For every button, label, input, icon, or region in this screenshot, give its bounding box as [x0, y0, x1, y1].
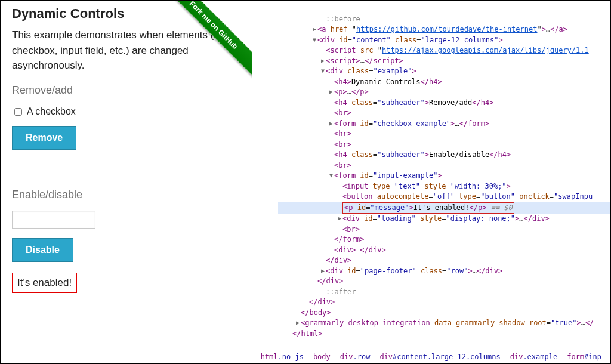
expand-arrow-closed-icon[interactable]: ▶: [295, 317, 301, 328]
tree-row[interactable]: ▶<div id="page-footer" class="row">…</di…: [278, 266, 610, 277]
tree-row[interactable]: ▶<grammarly-desktop-integration data-gra…: [278, 318, 610, 329]
breadcrumb-item[interactable]: div.example: [505, 351, 562, 362]
elements-tree[interactable]: ::before▶<a href="https://github.com/tou…: [252, 1, 610, 350]
subheader-remove-add: Remove/add: [12, 84, 241, 97]
tree-node-content: <br>: [334, 161, 351, 169]
breadcrumb-item[interactable]: form#inp: [562, 351, 606, 362]
tree-node-content: <p id="message">It's enabled!</p> == $0: [342, 203, 514, 212]
expand-arrow-open-icon[interactable]: ▼: [328, 170, 334, 181]
breadcrumb-item[interactable]: body: [308, 351, 335, 362]
tree-node-content: <input type="text" style="width: 30%;">: [342, 182, 511, 190]
tree-node-content: </div>: [317, 277, 343, 285]
tree-node-content: <script src="https://ajax.googleapis.com…: [326, 46, 589, 54]
tree-node-content: <form id="checkbox-example">…</form>: [334, 119, 489, 128]
message-its-enabled: It's enabled!: [12, 273, 77, 293]
tree-row[interactable]: ▶<a href="https://github.com/tourdedave/…: [278, 24, 610, 35]
page-intro: This example demonstrates when elements …: [12, 27, 241, 73]
tree-node-content: <div id="page-footer" class="row">…</div…: [326, 267, 502, 275]
tree-row[interactable]: </html>: [278, 329, 610, 340]
tree-row[interactable]: </body>: [278, 308, 610, 319]
page-title: Dynamic Controls: [12, 6, 241, 21]
tree-node-content: <form id="input-example">: [334, 171, 442, 180]
expand-arrow-closed-icon[interactable]: ▶: [337, 213, 342, 224]
tree-row[interactable]: </div>: [278, 276, 610, 287]
tree-row[interactable]: <input type="text" style="width: 30%;">: [278, 181, 610, 192]
tree-node-content: </div>: [309, 298, 335, 306]
tree-row[interactable]: <h4 class="subheader">Remove/add</h4>: [278, 98, 610, 109]
tree-row[interactable]: ▶<form id="checkbox-example">…</form>: [278, 119, 610, 129]
tree-node-content: <div id="content" class="large-12 column…: [317, 36, 503, 44]
tree-row[interactable]: <script src="https://ajax.googleapis.com…: [278, 45, 610, 56]
devtools-pane: ::before▶<a href="https://github.com/tou…: [252, 1, 610, 363]
app-frame: Dynamic Controls This example demonstrat…: [0, 0, 611, 364]
tree-row[interactable]: ▼<div class="example">: [278, 66, 610, 77]
subheader-enable-disable: Enable/disable: [12, 189, 241, 201]
tree-row[interactable]: <br>: [278, 108, 610, 119]
section-divider: [12, 169, 252, 169]
tree-node-content: </div>: [326, 256, 351, 264]
breadcrumb-item[interactable]: div#content.large-12.columns: [375, 351, 505, 362]
tree-row[interactable]: <div> </div>: [278, 245, 610, 256]
tree-node-content: <br>: [334, 109, 351, 117]
tree-node-content: <h4 class="subheader">Remove/add</h4>: [334, 98, 493, 107]
tree-node-content: <div id="loading" style="display: none;"…: [342, 214, 550, 223]
rendered-page-pane: Dynamic Controls This example demonstrat…: [1, 1, 252, 363]
tree-node-content: <div> </div>: [334, 246, 386, 254]
tree-row[interactable]: ▶<script>…</script>: [278, 56, 610, 67]
tree-node-content: </html>: [292, 329, 323, 338]
tree-row[interactable]: <hr>: [278, 129, 610, 140]
tree-node-content: <div class="example">: [326, 67, 416, 75]
checkbox-row: A checkbox: [12, 106, 241, 118]
tree-row[interactable]: ▼<div id="content" class="large-12 colum…: [278, 35, 610, 46]
tree-row[interactable]: </div>: [278, 297, 610, 308]
tree-row[interactable]: <br>: [278, 140, 610, 150]
tree-row[interactable]: ::before: [278, 14, 610, 25]
breadcrumb-item[interactable]: html.no-js: [256, 351, 308, 362]
tree-node-content: <h4>Dynamic Controls</h4>: [334, 78, 442, 86]
tree-node-content: <p>…</p>: [334, 88, 369, 96]
tree-node-content: ::after: [326, 288, 356, 296]
tree-row[interactable]: ▼<form id="input-example">: [278, 171, 610, 181]
tree-row[interactable]: </form>: [278, 235, 610, 245]
a-checkbox[interactable]: [14, 108, 22, 116]
tree-node-content: <button autocomplete="off" type="button"…: [342, 192, 593, 200]
tree-row[interactable]: <button autocomplete="off" type="button"…: [278, 192, 610, 202]
tree-node-content: <br>: [334, 140, 351, 149]
tree-row[interactable]: <br>: [278, 224, 610, 235]
enable-text-input[interactable]: [12, 211, 95, 229]
tree-row-selected[interactable]: <p id="message">It's enabled!</p> == $0: [278, 202, 610, 214]
tree-node-content: <grammarly-desktop-integration data-gram…: [301, 319, 594, 327]
tree-node-content: </body>: [301, 309, 331, 317]
expand-arrow-open-icon[interactable]: ▼: [311, 35, 317, 45]
breadcrumb-item[interactable]: div.row: [335, 351, 375, 362]
expand-arrow-closed-icon[interactable]: ▶: [328, 118, 334, 129]
tree-row[interactable]: ▶<p>…</p>: [278, 87, 610, 98]
checkbox-label: A checkbox: [27, 106, 76, 117]
tree-node-content: <a href="https://github.com/tourdedave/t…: [317, 25, 567, 33]
tree-node-content: <hr>: [334, 129, 351, 138]
tree-row[interactable]: ::after: [278, 287, 610, 298]
remove-button[interactable]: Remove: [12, 126, 76, 150]
tree-row[interactable]: <h4 class="subheader">Enable/disable</h4…: [278, 150, 610, 161]
expand-arrow-closed-icon[interactable]: ▶: [328, 87, 334, 97]
expand-arrow-open-icon[interactable]: ▼: [320, 66, 326, 76]
tree-node-content: </form>: [334, 235, 365, 243]
tree-node-content: <script>…</script>: [326, 57, 403, 65]
tree-node-content: ::before: [326, 15, 360, 23]
tree-node-content: <h4 class="subheader">Enable/disable</h4…: [334, 150, 511, 159]
breadcrumb-bar[interactable]: html.no-jsbodydiv.rowdiv#content.large-1…: [252, 350, 610, 363]
disable-button[interactable]: Disable: [12, 238, 73, 262]
expand-arrow-closed-icon[interactable]: ▶: [320, 55, 326, 66]
tree-row[interactable]: <h4>Dynamic Controls</h4>: [278, 77, 610, 88]
tree-row[interactable]: ▶<div id="loading" style="display: none;…: [278, 214, 610, 224]
tree-node-content: <br>: [342, 225, 360, 233]
expand-arrow-closed-icon[interactable]: ▶: [311, 24, 317, 35]
tree-row[interactable]: </div>: [278, 255, 610, 266]
tree-row[interactable]: <br>: [278, 161, 610, 171]
expand-arrow-closed-icon[interactable]: ▶: [320, 266, 326, 276]
